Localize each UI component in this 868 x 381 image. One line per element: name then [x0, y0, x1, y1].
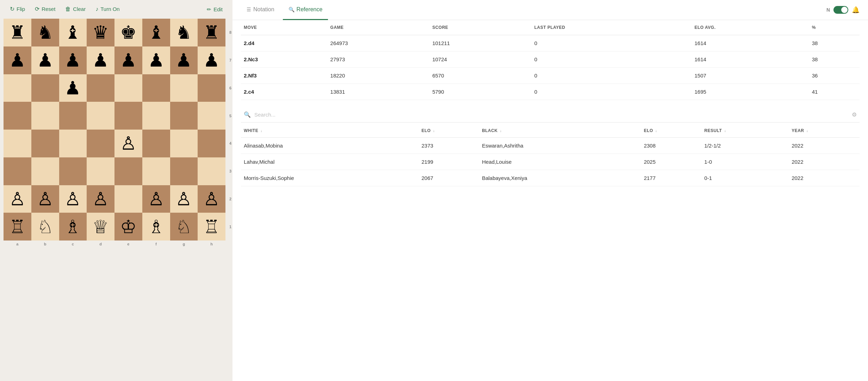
clear-button[interactable]: 🗑 Clear: [61, 4, 90, 15]
square-6g[interactable]: [170, 74, 198, 102]
square-4b[interactable]: [31, 130, 59, 157]
square-5d[interactable]: [87, 102, 114, 130]
square-7d[interactable]: ♟: [87, 46, 114, 74]
square-8d[interactable]: ♛: [87, 19, 114, 46]
sort-arrow-icon[interactable]: ↓: [805, 129, 808, 133]
sort-arrow-icon[interactable]: ↓: [654, 129, 657, 133]
square-7h[interactable]: ♟: [198, 46, 225, 74]
square-1c[interactable]: ♗: [59, 213, 87, 241]
piece: ♟: [203, 51, 220, 69]
square-1b[interactable]: ♘: [31, 213, 59, 241]
square-6d[interactable]: [87, 74, 114, 102]
square-3h[interactable]: [198, 157, 225, 185]
flip-button[interactable]: ↻ Flip: [6, 4, 29, 15]
square-3g[interactable]: [170, 157, 198, 185]
moves-col-score: SCORE: [429, 20, 532, 35]
piece: ♖: [203, 218, 220, 236]
square-2g[interactable]: ♙: [170, 185, 198, 213]
music-icon: ♪: [95, 6, 98, 12]
square-5c[interactable]: [59, 102, 87, 130]
square-8f[interactable]: ♝: [142, 19, 170, 46]
square-3b[interactable]: [31, 157, 59, 185]
square-7e[interactable]: ♟: [114, 46, 142, 74]
square-6e[interactable]: [114, 74, 142, 102]
right-panel: ☰ Notation 🔍 Reference N 🔔 MOVEGAMESCORE…: [232, 0, 868, 381]
square-7c[interactable]: ♟: [59, 46, 87, 74]
square-6b[interactable]: [31, 74, 59, 102]
sort-arrow-icon[interactable]: ↓: [259, 129, 262, 133]
square-2e[interactable]: [114, 185, 142, 213]
square-4h[interactable]: [198, 130, 225, 157]
square-5a[interactable]: [4, 102, 31, 130]
toggle-switch[interactable]: [833, 6, 848, 14]
square-1e[interactable]: ♔: [114, 213, 142, 241]
square-3a[interactable]: [4, 157, 31, 185]
square-4a[interactable]: [4, 130, 31, 157]
reset-button[interactable]: ⟳ Reset: [31, 4, 60, 15]
square-5e[interactable]: [114, 102, 142, 130]
filter-icon[interactable]: ⚙: [852, 111, 857, 118]
square-7b[interactable]: ♟: [31, 46, 59, 74]
moves-row[interactable]: 2.d42649731012110161438: [241, 35, 860, 51]
sort-arrow-icon[interactable]: ↓: [432, 129, 435, 133]
square-4g[interactable]: [170, 130, 198, 157]
edit-button[interactable]: ✏ Edit: [203, 4, 227, 15]
sort-arrow-icon[interactable]: ↓: [723, 129, 726, 133]
square-6c[interactable]: ♟: [59, 74, 87, 102]
square-2h[interactable]: ♙: [198, 185, 225, 213]
moves-row[interactable]: 2.c41383157900169541: [241, 84, 860, 100]
square-1d[interactable]: ♕: [87, 213, 114, 241]
tab-notation[interactable]: ☰ Notation: [241, 0, 280, 20]
square-8e[interactable]: ♚: [114, 19, 142, 46]
square-2a[interactable]: ♙: [4, 185, 31, 213]
square-5g[interactable]: [170, 102, 198, 130]
square-1a[interactable]: ♖: [4, 213, 31, 241]
square-7f[interactable]: ♟: [142, 46, 170, 74]
square-3d[interactable]: [87, 157, 114, 185]
sort-arrow-icon[interactable]: ↓: [499, 129, 502, 133]
toggle-label: N: [826, 7, 830, 13]
square-8g[interactable]: ♞: [170, 19, 198, 46]
square-1g[interactable]: ♘: [170, 213, 198, 241]
square-2b[interactable]: ♙: [31, 185, 59, 213]
games-row[interactable]: Morris-Suzuki,Sophie2067Balabayeva,Xeniy…: [241, 170, 860, 186]
tab-reference[interactable]: 🔍 Reference: [283, 0, 328, 20]
square-8h[interactable]: ♜: [198, 19, 225, 46]
square-4d[interactable]: [87, 130, 114, 157]
square-2c[interactable]: ♙: [59, 185, 87, 213]
square-6a[interactable]: [4, 74, 31, 102]
piece: ♙: [120, 134, 137, 152]
square-7a[interactable]: ♟: [4, 46, 31, 74]
moves-row[interactable]: 2.Nf31822065700150736: [241, 68, 860, 84]
moves-row[interactable]: 2.Nc327973107240161438: [241, 51, 860, 68]
square-7g[interactable]: ♟: [170, 46, 198, 74]
games-cell: Head,Louise: [479, 154, 641, 170]
turn-on-button[interactable]: ♪ Turn On: [91, 4, 124, 15]
square-3c[interactable]: [59, 157, 87, 185]
square-3e[interactable]: [114, 157, 142, 185]
square-8b[interactable]: ♞: [31, 19, 59, 46]
square-3f[interactable]: [142, 157, 170, 185]
square-4c[interactable]: [59, 130, 87, 157]
games-row[interactable]: Alinasab,Mobina2373Eswaran,Ashritha23081…: [241, 138, 860, 154]
bell-icon[interactable]: 🔔: [852, 6, 860, 14]
square-5b[interactable]: [31, 102, 59, 130]
square-4f[interactable]: [142, 130, 170, 157]
games-row[interactable]: Lahav,Michal2199Head,Louise20251-02022: [241, 154, 860, 170]
search-input[interactable]: [254, 112, 848, 118]
square-6h[interactable]: [198, 74, 225, 102]
square-1f[interactable]: ♗: [142, 213, 170, 241]
file-label-f: f: [142, 241, 170, 248]
games-col-result: RESULT ↓: [701, 124, 789, 138]
piece: ♟: [92, 51, 109, 69]
square-5h[interactable]: [198, 102, 225, 130]
square-5f[interactable]: [142, 102, 170, 130]
square-6f[interactable]: [142, 74, 170, 102]
square-2f[interactable]: ♙: [142, 185, 170, 213]
square-4e[interactable]: ♙: [114, 130, 142, 157]
chess-board: ♜♞♝♛♚♝♞♜♟♟♟♟♟♟♟♟♟♙♙♙♙♙♙♙♙♖♘♗♕♔♗♘♖: [4, 19, 225, 241]
square-8a[interactable]: ♜: [4, 19, 31, 46]
square-1h[interactable]: ♖: [198, 213, 225, 241]
square-8c[interactable]: ♝: [59, 19, 87, 46]
square-2d[interactable]: ♙: [87, 185, 114, 213]
